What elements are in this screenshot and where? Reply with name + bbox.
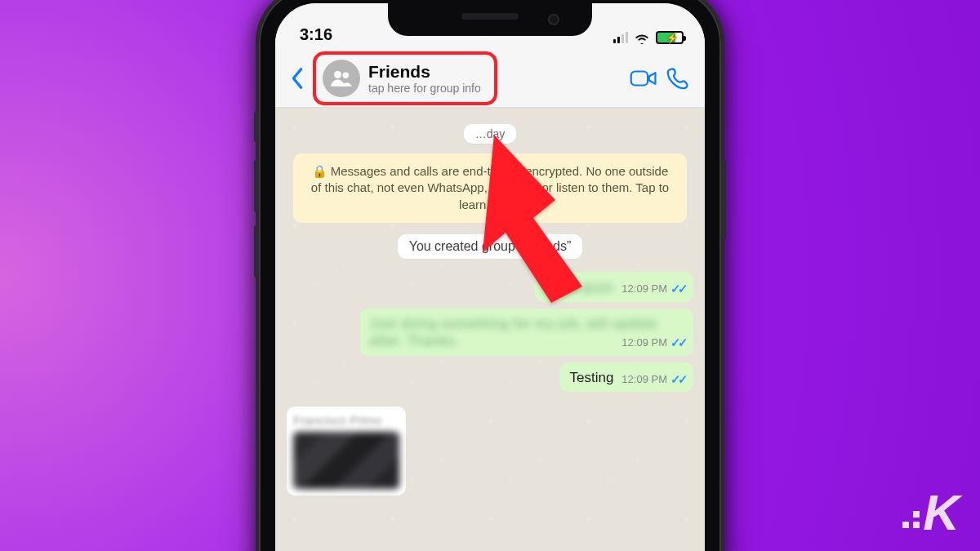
image-attachment[interactable]: [293, 432, 399, 489]
side-button: [254, 111, 259, 142]
side-button: [254, 160, 259, 212]
message-row[interactable]: Testing 12:09 PM ✓✓: [287, 362, 693, 393]
message-row[interactable]: Francisco Primo: [287, 407, 693, 495]
status-time: 3:16: [300, 25, 332, 44]
svg-point-1: [343, 72, 350, 78]
highlight-arrow-icon: [445, 127, 633, 306]
message-text: Testing: [569, 370, 613, 385]
lock-icon: 🔒: [312, 164, 327, 178]
voice-call-button[interactable]: [661, 61, 695, 96]
read-ticks-icon: ✓✓: [670, 335, 685, 351]
message-time: 12:09 PM: [621, 336, 667, 349]
group-title: Friends: [368, 62, 481, 82]
side-button: [254, 225, 259, 278]
message-text: Just doing something for my job, will up…: [370, 316, 657, 349]
group-avatar-icon: [323, 60, 360, 97]
chat-header: Friends tap here for group info: [275, 49, 705, 108]
group-title-block[interactable]: Friends tap here for group info: [313, 51, 497, 105]
back-button[interactable]: [287, 66, 308, 91]
notch: [388, 3, 592, 36]
video-call-button[interactable]: [626, 61, 661, 96]
svg-point-0: [334, 71, 341, 78]
sender-name: Francisco Primo: [293, 413, 399, 429]
message-row[interactable]: Just doing something for my job, will up…: [287, 309, 693, 356]
svg-rect-2: [631, 71, 648, 85]
cellular-icon: [613, 32, 628, 43]
watermark-logo: K: [902, 483, 957, 541]
battery-icon: ⚡: [656, 31, 684, 44]
message-time: 12:09 PM: [621, 373, 667, 386]
read-ticks-icon: ✓✓: [670, 282, 685, 297]
side-button: [721, 160, 726, 238]
wifi-icon: [634, 31, 650, 44]
read-ticks-icon: ✓✓: [670, 372, 685, 388]
group-subtitle: tap here for group info: [368, 82, 481, 95]
